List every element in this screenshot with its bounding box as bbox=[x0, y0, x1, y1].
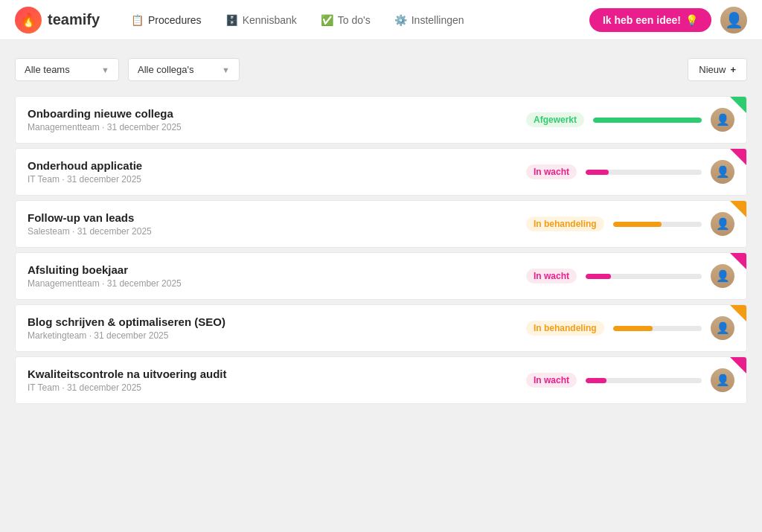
procedure-title: Blog schrijven & optimaliseren (SEO) bbox=[28, 315, 526, 328]
procedure-card[interactable]: Blog schrijven & optimaliseren (SEO) Mar… bbox=[15, 304, 747, 352]
procedure-right: In wacht 👤 bbox=[526, 368, 734, 392]
avatar-face-icon: 👤 bbox=[716, 113, 730, 126]
procedure-meta: Salesteam · 31 december 2025 bbox=[28, 226, 526, 237]
procedure-right: Afgewerkt 👤 bbox=[526, 108, 734, 132]
idea-icon: 💡 bbox=[685, 14, 698, 26]
new-button-label: Nieuw bbox=[699, 64, 726, 75]
teams-chevron-icon: ▼ bbox=[101, 65, 109, 74]
status-badge: In behandeling bbox=[526, 321, 604, 336]
procedure-card-content: Onboarding nieuwe collega Managementteam… bbox=[28, 107, 526, 132]
status-badge: In wacht bbox=[526, 164, 577, 179]
status-corner-triangle bbox=[730, 97, 746, 113]
user-avatar[interactable]: 👤 bbox=[720, 7, 747, 33]
procedure-title: Onderhoud applicatie bbox=[28, 159, 526, 172]
kennisbank-icon: 🗄️ bbox=[225, 14, 238, 26]
nav-todos-label: To do's bbox=[338, 14, 371, 26]
nav-kennisbank-label: Kennisbank bbox=[243, 14, 297, 26]
status-corner-triangle bbox=[730, 305, 746, 321]
procedure-card[interactable]: Kwaliteitscontrole na uitvoering audit I… bbox=[15, 356, 747, 404]
progress-area bbox=[586, 274, 702, 279]
progress-bar-bg bbox=[586, 170, 702, 175]
procedure-meta: Managementteam · 31 december 2025 bbox=[28, 122, 526, 132]
procedure-title: Onboarding nieuwe collega bbox=[28, 107, 526, 120]
progress-bar-fill bbox=[586, 378, 606, 383]
procedure-meta: Marketingteam · 31 december 2025 bbox=[28, 330, 526, 341]
procedure-right: In wacht 👤 bbox=[526, 160, 734, 184]
procedure-card-content: Onderhoud applicatie IT Team · 31 decemb… bbox=[28, 159, 526, 185]
procedure-right: In wacht 👤 bbox=[526, 264, 734, 288]
procedure-meta: IT Team · 31 december 2025 bbox=[28, 382, 526, 393]
progress-bar-bg bbox=[613, 222, 702, 227]
status-badge: In wacht bbox=[526, 269, 577, 283]
progress-bar-fill bbox=[593, 118, 702, 123]
filter-bar: Alle teams ▼ Alle collega's ▼ Nieuw + bbox=[15, 58, 747, 81]
status-corner-triangle bbox=[730, 149, 746, 165]
progress-area bbox=[586, 170, 702, 175]
status-corner-triangle bbox=[730, 253, 746, 269]
progress-bar-bg bbox=[593, 118, 702, 123]
procedure-meta: IT Team · 31 december 2025 bbox=[28, 174, 526, 185]
nav-item-kennisbank[interactable]: 🗄️ Kennisbank bbox=[215, 10, 307, 31]
status-badge: Afgewerkt bbox=[526, 112, 584, 127]
nav-links: 📋 Procedures 🗄️ Kennisbank ✅ To do's ⚙️ … bbox=[121, 10, 589, 31]
progress-bar-fill bbox=[586, 274, 611, 279]
procedure-meta: Managementteam · 31 december 2025 bbox=[28, 278, 526, 289]
nav-procedures-label: Procedures bbox=[148, 14, 202, 26]
progress-bar-fill bbox=[586, 170, 609, 175]
colleagues-dropdown[interactable]: Alle collega's ▼ bbox=[128, 58, 240, 81]
instellingen-icon: ⚙️ bbox=[394, 14, 407, 26]
colleagues-chevron-icon: ▼ bbox=[222, 65, 230, 74]
procedure-card[interactable]: Onderhoud applicatie IT Team · 31 decemb… bbox=[15, 148, 747, 196]
progress-bar-bg bbox=[586, 378, 702, 383]
navbar: 🔥 teamify 📋 Procedures 🗄️ Kennisbank ✅ T… bbox=[0, 0, 762, 40]
nav-instellingen-label: Instellingen bbox=[412, 14, 464, 26]
avatar-icon: 👤 bbox=[725, 11, 743, 29]
procedure-right: In behandeling 👤 bbox=[526, 212, 734, 236]
status-corner-triangle bbox=[730, 201, 746, 217]
progress-bar-fill bbox=[613, 326, 653, 331]
nav-right: Ik heb een idee! 💡 👤 bbox=[589, 7, 747, 33]
status-corner-triangle bbox=[730, 357, 746, 374]
procedure-card[interactable]: Onboarding nieuwe collega Managementteam… bbox=[15, 96, 747, 144]
avatar-face-icon: 👤 bbox=[716, 217, 730, 231]
nav-item-instellingen[interactable]: ⚙️ Instellingen bbox=[384, 10, 475, 31]
procedure-card-content: Follow-up van leads Salesteam · 31 decem… bbox=[28, 211, 526, 237]
progress-area bbox=[586, 378, 702, 383]
todos-icon: ✅ bbox=[321, 14, 333, 26]
status-badge: In wacht bbox=[526, 373, 577, 388]
avatar-face-icon: 👤 bbox=[716, 321, 730, 335]
main-content: Alle teams ▼ Alle collega's ▼ Nieuw + On… bbox=[0, 40, 762, 532]
procedure-card-content: Kwaliteitscontrole na uitvoering audit I… bbox=[28, 368, 526, 393]
teams-dropdown[interactable]: Alle teams ▼ bbox=[15, 58, 119, 81]
colleagues-dropdown-label: Alle collega's bbox=[138, 64, 193, 75]
status-badge: In behandeling bbox=[526, 217, 604, 231]
procedure-right: In behandeling 👤 bbox=[526, 316, 734, 340]
progress-bar-bg bbox=[613, 326, 702, 331]
nav-item-procedures[interactable]: 📋 Procedures bbox=[121, 10, 212, 31]
idea-button-label: Ik heb een idee! bbox=[603, 14, 681, 26]
procedure-card-content: Afsluiting boekjaar Managementteam · 31 … bbox=[28, 263, 526, 289]
procedures-icon: 📋 bbox=[131, 14, 144, 26]
progress-bar-fill bbox=[613, 222, 662, 227]
progress-bar-bg bbox=[586, 274, 702, 279]
procedure-title: Afsluiting boekjaar bbox=[28, 263, 526, 276]
logo-flame-icon: 🔥 bbox=[15, 7, 42, 33]
brand-name: teamify bbox=[48, 11, 100, 28]
procedure-card[interactable]: Afsluiting boekjaar Managementteam · 31 … bbox=[15, 252, 747, 300]
procedure-title: Kwaliteitscontrole na uitvoering audit bbox=[28, 368, 526, 380]
procedure-card[interactable]: Follow-up van leads Salesteam · 31 decem… bbox=[15, 200, 747, 248]
progress-area bbox=[613, 326, 702, 331]
procedure-title: Follow-up van leads bbox=[28, 211, 526, 224]
teams-dropdown-label: Alle teams bbox=[25, 64, 70, 75]
progress-area bbox=[593, 118, 702, 123]
nav-item-todos[interactable]: ✅ To do's bbox=[310, 10, 381, 31]
avatar-face-icon: 👤 bbox=[716, 374, 730, 387]
avatar-face-icon: 👤 bbox=[716, 165, 730, 179]
procedure-list: Onboarding nieuwe collega Managementteam… bbox=[15, 96, 747, 404]
idea-button[interactable]: Ik heb een idee! 💡 bbox=[589, 8, 711, 32]
avatar-face-icon: 👤 bbox=[716, 269, 730, 283]
procedure-card-content: Blog schrijven & optimaliseren (SEO) Mar… bbox=[28, 315, 526, 341]
progress-area bbox=[613, 222, 702, 227]
logo-area[interactable]: 🔥 teamify bbox=[15, 7, 100, 33]
new-button[interactable]: Nieuw + bbox=[688, 58, 747, 81]
